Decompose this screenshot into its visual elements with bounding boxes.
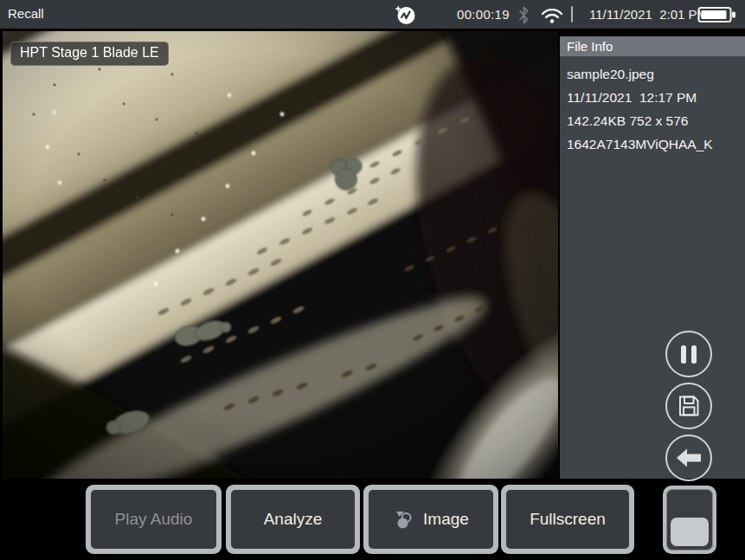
image-button[interactable]: Image bbox=[363, 485, 498, 554]
audio-waveform-badge-icon bbox=[394, 3, 417, 27]
file-info-filename: sample20.jpeg bbox=[560, 62, 745, 86]
back-arrow-icon bbox=[676, 448, 702, 467]
file-info-size: 142.24KB 752 x 576 bbox=[560, 109, 745, 132]
file-info-id: 1642A7143MViQHAA_K bbox=[560, 132, 745, 156]
fullscreen-button[interactable]: Fullscreen bbox=[501, 485, 634, 554]
back-button[interactable] bbox=[665, 434, 712, 481]
file-info-datetime: 11/11/2021 12:17 PM bbox=[560, 86, 745, 109]
statusbar-datetime: 11/11/2021 2:01 PM bbox=[589, 7, 708, 22]
bluetooth-icon bbox=[517, 6, 530, 24]
image-stack-icon bbox=[393, 509, 415, 530]
play-audio-button[interactable]: Play Audio bbox=[86, 485, 222, 554]
pause-button[interactable] bbox=[665, 331, 712, 377]
play-audio-label: Play Audio bbox=[115, 510, 193, 529]
save-button[interactable] bbox=[665, 383, 712, 429]
video-area[interactable]: HPT Stage 1 Blade LE bbox=[3, 31, 558, 479]
save-icon bbox=[676, 393, 702, 419]
statusbar-divider bbox=[571, 6, 573, 23]
file-info-panel: File Info sample20.jpeg 11/11/2021 12:17… bbox=[560, 36, 745, 479]
screen-toggle-icon bbox=[666, 489, 713, 550]
mode-label: Recall bbox=[8, 6, 44, 21]
analyze-button[interactable]: Analyze bbox=[226, 485, 360, 554]
pause-icon bbox=[681, 345, 697, 364]
wifi-icon bbox=[540, 7, 564, 24]
measurement-tag-label: HPT Stage 1 Blade LE bbox=[10, 42, 169, 66]
analyze-label: Analyze bbox=[264, 510, 323, 529]
borescope-image bbox=[3, 31, 558, 479]
record-timer: 00:00:19 bbox=[457, 7, 510, 22]
screen-toggle-button[interactable] bbox=[663, 486, 716, 554]
image-label: Image bbox=[423, 510, 469, 529]
fullscreen-label: Fullscreen bbox=[530, 510, 606, 529]
status-bar: Recall 00:00:19 11/11/2021 2:01 PM bbox=[0, 0, 745, 29]
file-info-header: File Info bbox=[560, 36, 745, 56]
battery-icon bbox=[697, 5, 737, 24]
